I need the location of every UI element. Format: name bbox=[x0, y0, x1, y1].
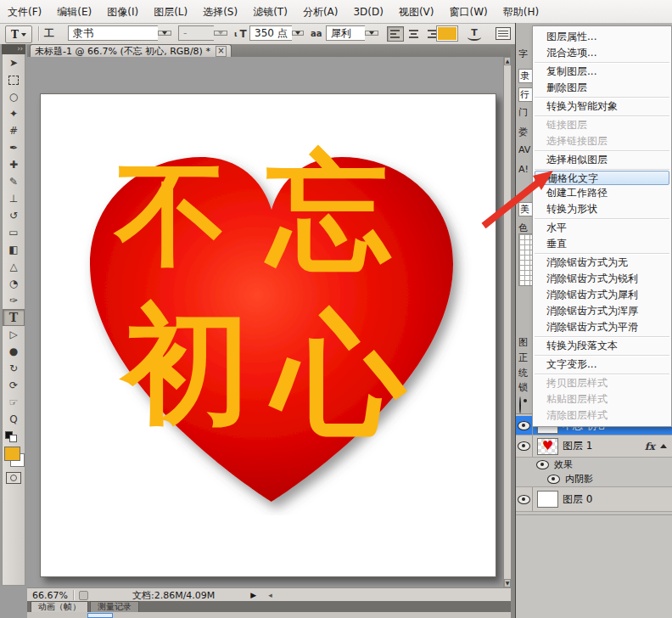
font-family-select[interactable]: 隶书 bbox=[68, 25, 171, 41]
marquee-tool[interactable] bbox=[3, 71, 25, 88]
menu-item-4[interactable]: 选择(S) bbox=[195, 1, 245, 23]
orbit-3d-tool[interactable]: ⟳ bbox=[3, 377, 25, 394]
gradient-tool[interactable]: ◧ bbox=[3, 241, 25, 258]
tab-animation[interactable]: 动画（帧） bbox=[31, 601, 88, 612]
status-flyout-icon[interactable]: ▶ bbox=[250, 591, 256, 599]
eye-icon[interactable] bbox=[547, 475, 560, 484]
menu-item-8[interactable]: 视图(V) bbox=[391, 1, 442, 23]
context-menu-item-13[interactable]: 栅格化文字 bbox=[535, 171, 669, 185]
layer-row-layer0[interactable]: 图层 0 bbox=[516, 486, 672, 512]
vertical-scrollbar[interactable]: ▲ ▼ bbox=[503, 57, 511, 587]
context-menu-item-15[interactable]: 转换为形状 bbox=[533, 201, 671, 217]
eye-icon bbox=[518, 421, 530, 430]
scroll-left-icon[interactable]: ◂ bbox=[268, 591, 272, 599]
type-tool[interactable]: T bbox=[3, 309, 25, 326]
text-color-swatch[interactable] bbox=[436, 25, 458, 42]
warp-text-button[interactable]: T bbox=[467, 25, 482, 42]
crop-tool[interactable]: # bbox=[3, 122, 25, 139]
document-tab[interactable]: 未标题-1 @ 66.7% (不忘 初心, RGB/8) * × bbox=[30, 44, 232, 57]
lasso-tool[interactable]: ○ bbox=[3, 88, 25, 105]
text-orientation-button[interactable]: 工 bbox=[44, 25, 57, 42]
context-menu-item-14[interactable]: 创建工作路径 bbox=[533, 185, 671, 201]
close-icon[interactable]: × bbox=[216, 46, 227, 57]
history-brush-tool[interactable]: ↺ bbox=[3, 207, 25, 224]
tools-panel: ➤○✦#✒✚✎⊥↺▭◧△◔✑T▷●↻⟳☞Q bbox=[2, 54, 25, 586]
context-menu-item-3[interactable]: 复制图层... bbox=[533, 64, 671, 80]
font-size-select[interactable]: 350 点 bbox=[249, 25, 304, 41]
pen-tool[interactable]: ✑ bbox=[3, 292, 25, 309]
type-tool-preset-button[interactable]: T bbox=[5, 25, 32, 43]
eraser-tool[interactable]: ▭ bbox=[3, 224, 25, 241]
context-menu-item-11[interactable]: 选择相似图层 bbox=[533, 152, 671, 168]
document-canvas[interactable]: 不 忘 初 心 bbox=[40, 93, 496, 577]
dodge-tool[interactable]: ◔ bbox=[3, 275, 25, 292]
move-tool[interactable]: ➤ bbox=[3, 54, 25, 71]
scroll-down-icon[interactable]: ▼ bbox=[504, 579, 511, 587]
collapse-effects-icon[interactable] bbox=[660, 444, 667, 448]
context-menu-item-21[interactable]: 消除锯齿方式为锐利 bbox=[533, 271, 671, 287]
shape-tool[interactable]: ● bbox=[3, 343, 25, 360]
default-colors-icon[interactable] bbox=[5, 431, 17, 441]
zoom-level[interactable]: 66.67% bbox=[32, 590, 68, 601]
chevron-down-icon bbox=[214, 31, 227, 36]
layer-thumbnail[interactable] bbox=[537, 491, 558, 508]
healing-brush-tool[interactable]: ✚ bbox=[3, 156, 25, 173]
anti-alias-value: 犀利 bbox=[326, 25, 365, 41]
scroll-up-icon[interactable]: ▲ bbox=[504, 57, 511, 65]
menu-item-9[interactable]: 窗口(W) bbox=[442, 1, 496, 23]
path-select-tool[interactable]: ▷ bbox=[3, 326, 25, 343]
context-menu-item-18[interactable]: 垂直 bbox=[533, 236, 671, 252]
context-menu-item-1[interactable]: 混合选项... bbox=[533, 45, 671, 61]
menu-item-7[interactable]: 3D(D) bbox=[345, 1, 390, 23]
tab-measurement-log[interactable]: 测量记录 bbox=[90, 601, 139, 612]
eye-icon[interactable] bbox=[536, 460, 549, 469]
context-menu-item-28[interactable]: 文字变形... bbox=[533, 357, 671, 373]
layer-thumbnail[interactable]: ♥ bbox=[537, 438, 558, 455]
context-menu-item-8: 链接图层 bbox=[533, 117, 671, 133]
chevron-down-icon[interactable] bbox=[292, 31, 304, 36]
context-menu-item-0[interactable]: 图层属性... bbox=[533, 29, 671, 45]
eye-icon[interactable] bbox=[519, 396, 521, 414]
quick-mask-button[interactable] bbox=[6, 472, 21, 484]
context-menu-item-24[interactable]: 消除锯齿方式为平滑 bbox=[533, 319, 671, 335]
heart-text-char: 心 bbox=[273, 308, 406, 441]
menu-item-3[interactable]: 图层(L) bbox=[146, 1, 195, 23]
context-menu-item-20[interactable]: 消除锯齿方式为无 bbox=[533, 255, 671, 271]
foreground-color-swatch[interactable] bbox=[4, 447, 20, 461]
clone-stamp-tool[interactable]: ⊥ bbox=[3, 190, 25, 207]
menu-separator bbox=[535, 115, 669, 116]
layer-row-layer1[interactable]: ♥ 图层 1 fx bbox=[516, 435, 672, 458]
effects-row[interactable]: 效果 bbox=[516, 458, 672, 471]
eyedropper-tool[interactable]: ✒ bbox=[3, 139, 25, 156]
quick-select-tool[interactable]: ✦ bbox=[3, 105, 25, 122]
context-menu-item-22[interactable]: 消除锯齿方式为犀利 bbox=[533, 287, 671, 303]
hand-tool[interactable]: ☞ bbox=[3, 394, 25, 411]
context-menu-item-6[interactable]: 转换为智能对象 bbox=[533, 98, 671, 115]
fx-badge[interactable]: fx bbox=[645, 441, 660, 452]
canvas-area[interactable]: 不 忘 初 心 bbox=[27, 57, 503, 587]
menu-item-5[interactable]: 滤镜(T) bbox=[245, 1, 295, 23]
anti-alias-select[interactable]: 犀利 bbox=[326, 25, 378, 41]
toggle-panels-button[interactable] bbox=[496, 25, 511, 42]
align-left-button[interactable] bbox=[387, 26, 404, 42]
context-menu-item-4[interactable]: 删除图层 bbox=[533, 80, 671, 96]
inner-shadow-row[interactable]: 内阴影 bbox=[516, 472, 672, 486]
chevron-down-icon[interactable] bbox=[158, 31, 171, 36]
menu-item-1[interactable]: 编辑(E) bbox=[49, 1, 99, 23]
brush-tool[interactable]: ✎ bbox=[3, 173, 25, 190]
context-menu-item-23[interactable]: 消除锯齿方式为浑厚 bbox=[533, 303, 671, 319]
menu-item-2[interactable]: 图像(I) bbox=[99, 1, 146, 23]
align-center-button[interactable] bbox=[405, 26, 422, 42]
context-menu-item-26[interactable]: 转换为段落文本 bbox=[533, 338, 671, 354]
rotate-3d-tool[interactable]: ↻ bbox=[3, 360, 25, 377]
context-menu-item-17[interactable]: 水平 bbox=[533, 220, 671, 236]
font-style-select[interactable]: - bbox=[178, 25, 227, 41]
menu-item-0[interactable]: 文件(F) bbox=[0, 1, 49, 23]
blur-tool[interactable]: △ bbox=[3, 258, 25, 275]
tools-panel-header[interactable]: ›› bbox=[2, 44, 25, 54]
menu-item-6[interactable]: 分析(A) bbox=[295, 1, 346, 23]
chevron-down-icon[interactable] bbox=[365, 31, 378, 36]
zoom-tool[interactable]: Q bbox=[3, 411, 25, 428]
menu-item-10[interactable]: 帮助(H) bbox=[496, 1, 546, 23]
animation-frame-thumbnail[interactable] bbox=[87, 613, 113, 618]
